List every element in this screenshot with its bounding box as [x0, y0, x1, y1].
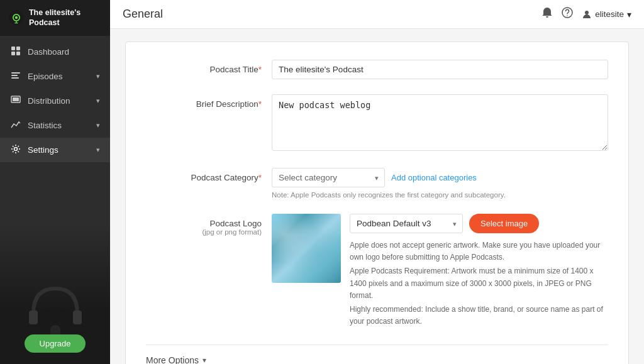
desc-required-mark: *	[258, 99, 262, 109]
logo-thumbnail-image	[272, 214, 341, 283]
category-select-row: Select category ▾ Add optional categorie…	[272, 168, 608, 187]
svg-rect-13	[13, 97, 19, 101]
sidebar-item-episodes[interactable]: Episodes ▾	[0, 64, 110, 89]
category-select-wrap: Select category ▾	[272, 168, 385, 187]
podcast-title-row: Podcast Title*	[146, 60, 608, 79]
sidebar-brand-title: The elitesite's Podcast	[29, 8, 101, 28]
topbar: General elitesite ▾	[110, 0, 644, 29]
svg-rect-7	[11, 52, 15, 55]
logo-info-3: Highly recommended: Include a show title…	[350, 304, 608, 328]
sidebar-bottom: Upgrade	[0, 226, 110, 364]
distribution-label: Distribution	[28, 96, 70, 106]
svg-rect-17	[73, 311, 82, 324]
cat-required-mark: *	[258, 173, 262, 182]
sidebar-item-statistics[interactable]: Statistics ▾	[0, 113, 110, 138]
brief-description-label: Brief Description*	[146, 94, 272, 109]
topbar-user[interactable]: elitesite ▾	[582, 9, 631, 19]
episodes-label: Episodes	[28, 72, 63, 81]
sidebar-item-dashboard[interactable]: Dashboard	[0, 40, 110, 64]
upgrade-button[interactable]: Upgrade	[25, 334, 86, 353]
podcast-category-control: Select category ▾ Add optional categorie…	[272, 168, 608, 199]
page-title: General	[123, 8, 163, 21]
more-options-toggle[interactable]: More Options ▾	[146, 355, 608, 364]
podcast-title-input[interactable]	[272, 60, 608, 79]
select-image-button[interactable]: Select image	[469, 214, 539, 233]
statistics-chevron: ▾	[96, 121, 100, 130]
settings-icon	[10, 144, 21, 156]
podcast-logo-label: Podcast Logo (jpg or png format)	[146, 214, 272, 236]
episodes-icon	[10, 70, 21, 82]
distribution-icon	[10, 95, 21, 107]
section-divider	[146, 345, 608, 345]
content-area: Podcast Title* Brief Description* New po…	[110, 29, 644, 364]
logo-select-wrap: Podbean Default v3 ▾	[350, 214, 463, 233]
title-required-mark: *	[258, 65, 262, 74]
podcast-title-control	[272, 60, 608, 79]
dashboard-icon	[10, 46, 21, 58]
distribution-chevron: ▾	[96, 97, 100, 105]
logo-info-1: Apple does not accept generic artwork. M…	[350, 240, 608, 263]
podcast-logo-sublabel: (jpg or png format)	[146, 228, 262, 236]
svg-point-23	[585, 11, 589, 14]
category-note: Note: Apple Podcasts only recognizes the…	[272, 191, 608, 199]
svg-rect-11	[11, 77, 19, 79]
sidebar-item-distribution[interactable]: Distribution ▾	[0, 89, 110, 113]
svg-point-2	[15, 16, 18, 19]
svg-rect-6	[16, 47, 20, 50]
topbar-username: elitesite	[595, 9, 624, 19]
headphone-graphic	[18, 270, 93, 345]
svg-rect-8	[16, 52, 20, 55]
more-options-chevron-icon: ▾	[203, 356, 206, 364]
settings-chevron: ▾	[96, 146, 100, 154]
topbar-actions: elitesite ▾	[541, 7, 631, 21]
category-select[interactable]: Select category	[272, 168, 385, 187]
topbar-chevron: ▾	[627, 9, 631, 19]
logo-info: Apple does not accept generic artwork. M…	[350, 240, 608, 328]
podcast-title-label: Podcast Title*	[146, 60, 272, 74]
brief-description-control: New podcast weblog	[272, 94, 608, 153]
svg-rect-9	[11, 72, 20, 74]
logo-info-2: Apple Podcasts Requirement: Artwork must…	[350, 265, 608, 302]
sidebar: The elitesite's Podcast Dashboard Episod…	[0, 0, 110, 364]
podcast-logo-icon	[9, 9, 24, 26]
more-options-label: More Options	[146, 355, 199, 364]
podcast-category-label: Podcast Category*	[146, 168, 272, 182]
logo-thumbnail	[272, 214, 341, 283]
logo-style-select[interactable]: Podbean Default v3	[350, 214, 463, 233]
svg-point-14	[14, 147, 18, 150]
podcast-category-row: Podcast Category* Select category ▾ Add …	[146, 168, 608, 199]
logo-select-row: Podbean Default v3 ▾ Select image	[350, 214, 608, 233]
main-content: General elitesite ▾ Podcast Title*	[110, 0, 644, 364]
dashboard-label: Dashboard	[28, 47, 69, 57]
settings-label: Settings	[28, 145, 58, 155]
svg-rect-5	[11, 47, 15, 50]
episodes-chevron: ▾	[96, 72, 100, 80]
help-icon[interactable]	[562, 7, 573, 21]
sidebar-item-settings[interactable]: Settings ▾	[0, 138, 110, 162]
logo-area: Podbean Default v3 ▾ Select image Apple …	[272, 214, 608, 329]
svg-rect-10	[11, 75, 18, 76]
statistics-icon	[10, 119, 21, 131]
svg-point-22	[567, 15, 568, 16]
sidebar-header: The elitesite's Podcast	[0, 0, 110, 36]
settings-card: Podcast Title* Brief Description* New po…	[125, 41, 629, 364]
logo-right-panel: Podbean Default v3 ▾ Select image Apple …	[350, 214, 608, 329]
add-optional-categories-link[interactable]: Add optional categories	[391, 173, 477, 182]
brief-description-row: Brief Description* New podcast weblog	[146, 94, 608, 153]
brief-description-textarea[interactable]: New podcast weblog	[272, 94, 608, 151]
podcast-logo-control: Podbean Default v3 ▾ Select image Apple …	[272, 214, 608, 329]
bell-icon[interactable]	[541, 7, 553, 21]
podcast-logo-row: Podcast Logo (jpg or png format) Pod	[146, 214, 608, 329]
svg-rect-16	[29, 311, 38, 324]
statistics-label: Statistics	[28, 121, 62, 130]
